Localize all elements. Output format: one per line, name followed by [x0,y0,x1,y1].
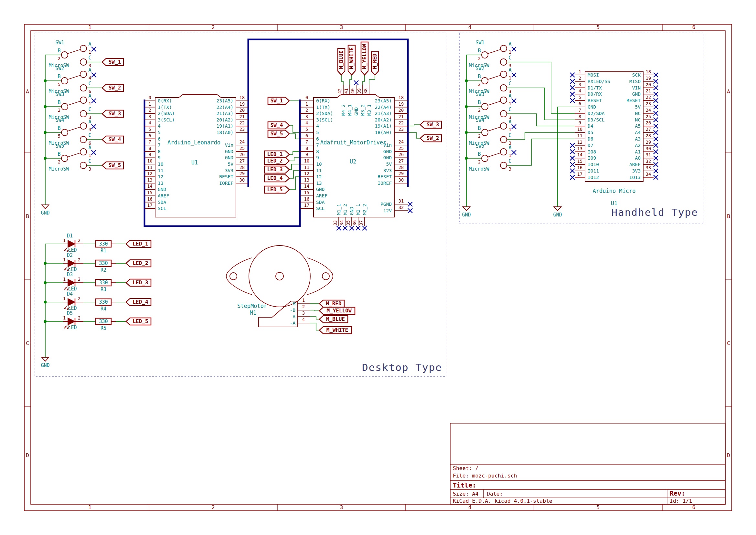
global-label-M_YELLOW[interactable]: M_YELLOW [319,307,355,314]
wire[interactable] [289,158,299,161]
pin-number: 13 [304,177,309,183]
zone-row-label: A [727,89,730,95]
wire[interactable] [363,75,364,85]
led-row-D4[interactable]: 12D4LED330R4 [63,291,116,312]
switch-handheld-switches-SW3[interactable]: SW3MicroSWB2A1C3 [469,92,516,120]
wire[interactable] [289,171,299,178]
pin-name: VIN [632,85,641,91]
pin-name: 21(A3) [217,111,233,116]
global-label-SW_4[interactable]: SW_4 [268,122,289,129]
global-label-SW_3[interactable]: SW_3 [102,110,124,117]
wire[interactable] [289,126,299,132]
global-label-M_BLUE[interactable]: M_BLUE [338,48,345,75]
led-row-D2[interactable]: 12D2LED330R2 [63,252,116,273]
led-row-D3[interactable]: 12D3LED330R3 [63,272,116,293]
global-label-LED_5[interactable]: LED_5 [126,318,151,325]
gnd-symbol[interactable]: GND [553,207,562,218]
global-label-M_WHITE[interactable]: M_WHITE [348,45,355,75]
wire[interactable] [289,177,299,190]
global-label-LED_3[interactable]: LED_3 [264,166,289,173]
global-label-LED_4[interactable]: LED_4 [264,175,289,182]
pin-name: AREF [629,162,641,167]
pin-name: 20(A2) [217,117,233,123]
pin-number: 39 [357,89,362,94]
switch-ref: SW5 [55,143,64,149]
pin-number: 22 [240,120,245,126]
pin-name: Vin [225,142,233,148]
switch-desktop-switches-SW1[interactable]: SW1MicroSWB2A1C3 [48,40,96,69]
led-row-D5[interactable]: 12D5LED330R5 [63,310,116,331]
wire[interactable] [289,134,299,139]
global-label-SW_5[interactable]: SW_5 [268,130,289,137]
global-label-M_RED[interactable]: M_RED [371,52,378,75]
global-label-SW_5[interactable]: SW_5 [102,162,124,169]
global-label-SW_4[interactable]: SW_4 [102,136,124,143]
pin-number: 32 [646,159,651,164]
switch-handheld-switches-SW4[interactable]: SW4MicroSWB2A1C3 [469,117,516,146]
wire[interactable] [369,75,375,85]
global-label-SW_1[interactable]: SW_1 [102,59,124,66]
wire[interactable] [507,88,575,120]
kicad-schematic-canvas[interactable]: 112233445566AABBCCDDSheet: /File: mozc-p… [0,0,756,535]
switch-desktop-switches-SW2[interactable]: SW2MicroSWB5A4C6 [48,66,96,94]
motor-mount-hole [230,273,237,280]
global-label-LED_3[interactable]: LED_3 [126,279,151,286]
component-U2-desktop[interactable]: Adafruit_MotorDriverU200(RX)11(TX)22(SDA… [300,80,412,230]
wire[interactable] [507,132,575,140]
resistor-value: 330 [99,280,108,286]
wire[interactable] [350,75,352,85]
global-label-text: M_YELLOW [327,308,351,314]
no-connect-x [92,99,96,103]
pin-number: 2 [305,108,308,113]
global-label-M_BLUE[interactable]: M_BLUE [319,316,348,323]
titleblock-sheet: Sheet: / [453,465,479,471]
wire[interactable] [310,317,319,319]
global-label-SW_3[interactable]: SW_3 [420,121,442,128]
led-row-D1[interactable]: 12D1LED330R1 [63,233,116,254]
pin-number: 25 [240,146,245,151]
component-U1-desktop[interactable]: Arduino_LeonardoU100(RX)11(TX)22(SDA)33(… [144,95,248,217]
global-label-SW_2[interactable]: SW_2 [420,135,442,142]
switch-desktop-switches-SW3[interactable]: SW3MicroSWB2A1C3 [48,92,96,120]
wire[interactable] [289,152,299,155]
switch-handheld-switches-SW5[interactable]: SW5MicroSWB2A1C3 [469,143,516,172]
global-label-LED_2[interactable]: LED_2 [126,260,151,267]
wire[interactable] [289,164,299,170]
global-label-LED_4[interactable]: LED_4 [126,298,151,306]
switch-handheld-switches-SW2[interactable]: SW2MicroSWB2A1C3 [469,66,516,94]
wire[interactable] [409,125,420,126]
global-label-M_YELLOW[interactable]: M_YELLOW [361,42,368,75]
global-label-M_WHITE[interactable]: M_WHITE [319,326,351,334]
wire[interactable] [310,323,319,330]
global-label-LED_2[interactable]: LED_2 [264,157,289,164]
global-label-SW_1[interactable]: SW_1 [268,97,289,104]
switch-handheld-switches-SW1[interactable]: SW1MicroSWB2A1C3 [469,40,516,69]
global-label-LED_1[interactable]: LED_1 [126,240,151,247]
pin-number: 26 [398,152,404,157]
gnd-symbol[interactable]: GND [462,207,471,218]
pin-number: 42 [337,89,342,94]
component-U1-handheld[interactable]: Arduino_MicroU11MOSI2RXLED/SS3D1/TX4D0/R… [570,69,658,207]
wire[interactable] [507,139,575,165]
switch-desktop-switches-SW4[interactable]: SW4MicroSWB5A4C6 [48,117,96,146]
switch-desktop-switches-SW5[interactable]: SW5MicroSWB2A1C3 [48,143,96,172]
wire[interactable] [341,75,343,85]
global-label-SW_2[interactable]: SW_2 [102,84,124,92]
pin-number: 20 [398,108,404,113]
pin-name: D4 [588,124,594,128]
pin-number: 11 [147,165,152,170]
wire[interactable] [310,310,319,311]
pin-number: 26 [240,152,245,157]
pin-number: 15 [577,159,582,164]
gnd-symbol[interactable]: GND [41,357,49,368]
global-label-LED_5[interactable]: LED_5 [264,186,289,193]
no-connect-x [570,98,575,103]
wire[interactable] [558,107,575,207]
global-label-M_RED[interactable]: M_RED [319,300,344,307]
component-stepmotor-M1[interactable]: B1-B2A3-A4StepMotorM1 [226,245,333,327]
gnd-label: GND [553,212,562,218]
switch-pin-a-name: A [88,145,91,151]
pin-number: 18 [398,95,404,100]
wire[interactable] [409,132,420,138]
gnd-symbol[interactable]: GND [41,205,49,216]
